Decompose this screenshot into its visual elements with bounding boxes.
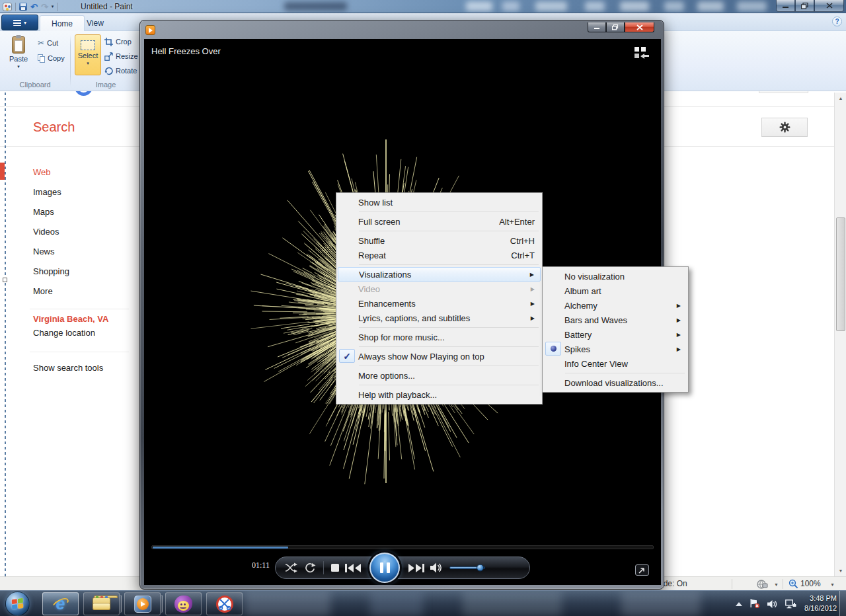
taskbar-clock[interactable]: 3:48 PM 8/16/2012 — [804, 594, 837, 613]
pause-button[interactable] — [369, 553, 400, 583]
scroll-up-button[interactable]: ▲ — [835, 93, 846, 104]
blur-artifact — [737, 1, 767, 11]
application-menu-button[interactable]: ▾ — [1, 15, 38, 30]
menu-item-visualizations[interactable]: Visualizations▶ — [338, 267, 541, 282]
redo-button[interactable]: ↷ — [41, 3, 48, 11]
submenu-arrow-icon: ▶ — [677, 332, 681, 338]
save-button[interactable] — [19, 3, 27, 11]
select-button[interactable]: Select ▾ — [75, 34, 101, 75]
seek-bar[interactable] — [151, 545, 654, 549]
change-location-link[interactable]: Change location — [33, 328, 108, 338]
nav-item-maps[interactable]: Maps — [33, 202, 69, 221]
context-menu: Show list Full screenAlt+Enter ShuffleCt… — [336, 192, 543, 404]
show-hidden-icons-button[interactable] — [736, 602, 742, 606]
volume-slider[interactable] — [449, 566, 485, 569]
mute-button[interactable] — [430, 562, 443, 573]
window-title: Untitled - Paint — [81, 2, 133, 11]
scroll-down-button[interactable]: ▼ — [835, 565, 846, 576]
clock-date: 8/16/2012 — [804, 603, 837, 613]
blur-artifact — [620, 1, 649, 11]
menu-item-repeat[interactable]: RepeatCtrl+T — [338, 248, 541, 262]
chevron-down-icon: ▾ — [24, 20, 26, 26]
blur-artifact — [664, 1, 684, 11]
tab-view[interactable]: View — [75, 15, 115, 31]
nav-item-shopping[interactable]: Shopping — [33, 261, 69, 281]
previous-button[interactable] — [345, 563, 362, 573]
scrollbar-thumb[interactable] — [836, 217, 845, 331]
chevron-down-icon[interactable]: ▼ — [774, 582, 779, 587]
menu-separator — [359, 264, 539, 265]
resize-icon — [104, 52, 113, 61]
scrollbar[interactable]: ▲ ▼ — [834, 93, 846, 576]
switch-to-library-button[interactable] — [634, 47, 649, 59]
minimize-button[interactable] — [588, 22, 606, 32]
copy-icon — [38, 54, 45, 63]
next-button[interactable] — [407, 563, 424, 573]
menu-item-download-visualizations[interactable]: Download visualizations... — [544, 375, 687, 390]
undo-button[interactable]: ↶ — [30, 3, 38, 11]
volume-thumb[interactable] — [477, 564, 484, 572]
menu-item-full-screen[interactable]: Full screenAlt+Enter — [338, 214, 541, 229]
menu-separator — [359, 346, 539, 347]
menu-item-help-with-playback[interactable]: Help with playback... — [338, 387, 541, 402]
copy-button[interactable]: Copy — [38, 53, 65, 63]
menu-item-no-visualization[interactable]: No visualization — [544, 269, 687, 284]
cut-button[interactable]: ✂ Cut — [38, 38, 58, 48]
taskbar-button-messenger[interactable] — [165, 592, 202, 615]
network-tray-icon[interactable] — [785, 599, 796, 609]
nav-item-videos[interactable]: Videos — [33, 221, 69, 241]
submenu-arrow-icon: ▶ — [677, 346, 681, 352]
menu-item-shuffle[interactable]: ShuffleCtrl+H — [338, 233, 541, 248]
crop-button[interactable]: Crop — [104, 36, 132, 47]
menu-item-spikes[interactable]: Spikes▶ — [544, 342, 687, 356]
menu-item-enhancements[interactable]: Enhancements▶ — [338, 296, 541, 311]
close-button[interactable] — [625, 22, 654, 32]
nav-item-more[interactable]: More — [33, 281, 69, 301]
menu-item-shop-for-more-music[interactable]: Shop for more music... — [338, 330, 541, 344]
help-icon[interactable]: ? — [832, 17, 842, 26]
taskbar-button-snipping-tool[interactable] — [206, 592, 243, 615]
volume-tray-icon[interactable] — [767, 599, 778, 609]
taskbar-button-media-player[interactable] — [124, 592, 161, 615]
menu-item-album-art[interactable]: Album art — [544, 284, 687, 298]
menu-item-bars-and-waves[interactable]: Bars and Waves▶ — [544, 313, 687, 327]
restore-button[interactable] — [795, 0, 814, 12]
paste-button[interactable]: Paste ▾ — [5, 34, 32, 75]
restore-button[interactable] — [606, 22, 625, 32]
menu-item-info-center-view[interactable]: Info Center View — [544, 356, 687, 371]
location-label: Virginia Beach, VA — [33, 314, 108, 324]
zoom-level-text[interactable]: 100% — [800, 579, 821, 588]
taskbar-button-windows-explorer[interactable] — [83, 592, 120, 615]
menu-separator — [359, 385, 539, 385]
start-button[interactable] — [5, 592, 30, 616]
nav-item-web[interactable]: Web — [33, 162, 69, 182]
close-button[interactable] — [814, 0, 844, 12]
rotate-button[interactable]: Rotate ▾ — [104, 65, 142, 76]
taskbar-button-internet-explorer[interactable]: e — [42, 592, 79, 615]
shuffle-button[interactable] — [284, 562, 298, 573]
clock-time: 3:48 PM — [804, 594, 837, 603]
blur-artifact — [502, 1, 519, 11]
selection-handle[interactable] — [3, 278, 7, 282]
resize-button[interactable]: Resize — [104, 51, 138, 61]
action-center-flag-icon[interactable] — [750, 599, 760, 609]
menu-item-alchemy[interactable]: Alchemy▶ — [544, 298, 687, 313]
menu-item-always-show-on-top[interactable]: ✓Always show Now Playing on top — [338, 349, 541, 364]
chevron-down-icon[interactable]: ▼ — [830, 582, 835, 587]
menu-item-show-list[interactable]: Show list — [338, 195, 541, 210]
menu-item-more-options[interactable]: More options... — [338, 368, 541, 383]
qat-customize-button[interactable]: ▾ — [52, 4, 54, 9]
minimize-button[interactable] — [776, 0, 795, 12]
show-desktop-button[interactable] — [839, 591, 846, 616]
menu-item-battery[interactable]: Battery▶ — [544, 327, 687, 342]
taskbar: e 3:48 PM 8/16/2012 — [0, 590, 846, 616]
zoom-magnifier-icon — [788, 579, 798, 589]
nav-item-news[interactable]: News — [33, 241, 69, 261]
view-full-screen-button[interactable] — [635, 564, 649, 576]
menu-item-lyrics[interactable]: Lyrics, captions, and subtitles▶ — [338, 311, 541, 325]
nav-item-images[interactable]: Images — [33, 182, 69, 202]
stop-button[interactable] — [331, 564, 339, 572]
settings-button[interactable] — [761, 118, 808, 137]
repeat-button[interactable] — [304, 562, 316, 573]
search-tools-link[interactable]: Show search tools — [33, 363, 103, 373]
